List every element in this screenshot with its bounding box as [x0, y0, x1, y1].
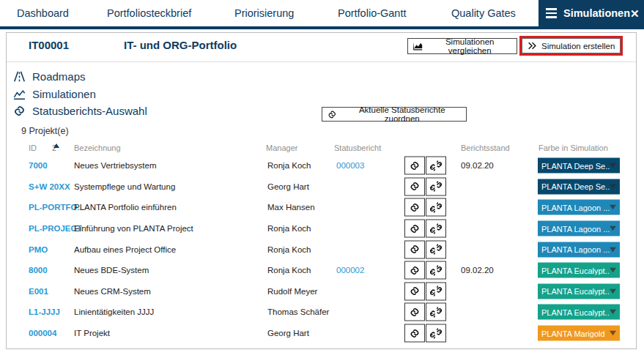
- link-label: Roadmaps: [32, 70, 86, 83]
- hamburger-icon[interactable]: [546, 8, 557, 18]
- link-simulationen[interactable]: Simulationen: [12, 86, 96, 101]
- link-statusreport-button[interactable]: [404, 198, 425, 217]
- link-statusreport-button[interactable]: [404, 303, 425, 321]
- unlink-statusreport-button[interactable]: [426, 157, 446, 175]
- project-id-link[interactable]: 000004: [29, 329, 56, 338]
- link-label: Statusberichts-Auswahl: [32, 105, 147, 117]
- link-statusberichts-auswahl[interactable]: Statusberichts-Auswahl: [12, 103, 147, 118]
- link-icon: [327, 109, 337, 120]
- active-tab-label: Simulationen: [563, 7, 630, 19]
- link-statusreport-button[interactable]: [404, 261, 425, 280]
- project-id-link[interactable]: 8000: [29, 266, 48, 275]
- unlink-statusreport-button[interactable]: [426, 261, 446, 280]
- unlink-statusreport-button[interactable]: [426, 198, 446, 217]
- broken-link-icon: [430, 264, 442, 276]
- column-header-id[interactable]: ID: [29, 143, 37, 152]
- simulation-color-dropdown[interactable]: PLANTA Lagoon ...: [538, 221, 620, 236]
- nav-tab[interactable]: Quality Gates: [451, 0, 516, 26]
- nav-tab[interactable]: Priorisierung: [234, 0, 294, 26]
- close-icon[interactable]: ✕: [630, 8, 640, 19]
- dropdown-value: PLANTA Deep Se...: [541, 182, 610, 191]
- area-chart-icon: [412, 41, 423, 51]
- project-manager: Ronja Koch: [267, 245, 311, 254]
- project-manager: Max Hansen: [267, 203, 315, 212]
- project-name: Einführung von PLANTA Project: [74, 224, 193, 233]
- link-label: Simulationen: [32, 88, 96, 100]
- project-id-link[interactable]: S+W 20XX: [29, 182, 70, 191]
- column-header-farbe[interactable]: Farbe in Simulation: [538, 143, 608, 152]
- link-icon: [409, 201, 421, 213]
- nav-tabs: Dashboard Portfoliosteckbrief Priorisier…: [0, 0, 538, 26]
- statusreport-actions: [404, 303, 446, 321]
- link-statusreport-button[interactable]: [404, 282, 425, 300]
- simulation-color-dropdown[interactable]: PLANTA Lagoon ...: [538, 242, 620, 257]
- unlink-statusreport-button[interactable]: [426, 177, 446, 195]
- simulation-color-dropdown[interactable]: PLANTA Marigold: [538, 326, 620, 341]
- simulation-color-dropdown[interactable]: PLANTA Deep Se...: [538, 158, 620, 174]
- broken-link-icon: [430, 160, 442, 171]
- nav-tab[interactable]: Dashboard: [17, 0, 69, 26]
- project-id-link[interactable]: PMO: [29, 245, 48, 254]
- simulation-color-dropdown[interactable]: PLANTA Deep Se...: [538, 179, 620, 194]
- column-header-manager[interactable]: Manager: [266, 143, 297, 152]
- project-manager: Georg Hart: [267, 182, 309, 191]
- compare-simulations-button[interactable]: Simulationen vergleichen: [407, 38, 517, 54]
- column-header-berichtsstand[interactable]: Berichtsstand: [461, 143, 510, 152]
- project-id-link[interactable]: E001: [29, 287, 48, 296]
- link-icon: [409, 223, 421, 234]
- project-manager: Ronja Koch: [267, 224, 311, 233]
- table-row: 8000 Neues BDE-System Ronja Koch 000002: [7, 260, 636, 281]
- link-roadmaps[interactable]: Roadmaps: [12, 69, 86, 83]
- project-count: 9 Projekt(e): [21, 126, 69, 136]
- simulation-color-dropdown[interactable]: PLANTA Eucalypt...: [538, 283, 620, 299]
- project-name: Neues BDE-System: [74, 266, 149, 275]
- create-simulation-button[interactable]: Simulation erstellen: [522, 38, 621, 53]
- unlink-statusreport-button[interactable]: [426, 282, 446, 300]
- link-icon: [409, 327, 421, 339]
- table-row: 000004 IT Projekt Georg Hart: [7, 323, 636, 344]
- chevron-down-icon: [610, 246, 616, 253]
- simulation-color-dropdown[interactable]: PLANTA Eucalypt...: [538, 305, 620, 320]
- link-statusreport-button[interactable]: [404, 220, 425, 238]
- dropdown-value: PLANTA Lagoon ...: [541, 224, 610, 233]
- nav-tab[interactable]: Portfolio-Gantt: [338, 0, 407, 26]
- column-header-statusbericht[interactable]: Statusbericht: [334, 143, 381, 152]
- link-statusreport-button[interactable]: [404, 240, 425, 258]
- statusreport-actions: [404, 282, 446, 300]
- unlink-statusreport-button[interactable]: [426, 240, 446, 258]
- project-id-link[interactable]: L1-JJJJ: [29, 307, 60, 316]
- link-statusreport-button[interactable]: [404, 324, 425, 343]
- chevron-down-icon: [610, 204, 616, 211]
- unlink-statusreport-button[interactable]: [426, 324, 446, 343]
- statusreport-link[interactable]: 000003: [336, 161, 364, 170]
- link-statusreport-button[interactable]: [404, 177, 425, 195]
- project-name: Neues Vertriebsystem: [74, 161, 157, 170]
- statusreport-actions: [404, 324, 446, 343]
- column-header-bezeichnung[interactable]: Bezeichnung: [74, 143, 121, 152]
- statusreport-link[interactable]: 000002: [336, 266, 364, 275]
- tab-simulationen-active[interactable]: Simulationen ✕: [538, 0, 644, 29]
- area-chart-icon: [12, 87, 26, 101]
- simulation-color-dropdown[interactable]: PLANTA Eucalypt...: [538, 263, 620, 278]
- unlink-statusreport-button[interactable]: [426, 220, 446, 238]
- project-id-link[interactable]: 7000: [29, 161, 48, 170]
- simulation-color-dropdown[interactable]: PLANTA Lagoon ...: [538, 200, 620, 215]
- link-icon: [409, 264, 421, 276]
- dropdown-value: PLANTA Deep Se...: [541, 161, 610, 170]
- dropdown-value: PLANTA Eucalypt...: [541, 307, 610, 316]
- assign-statusreports-button[interactable]: Aktuelle Statusberichte zuordnen: [322, 107, 467, 122]
- link-statusreport-button[interactable]: [404, 157, 425, 175]
- link-icon: [409, 244, 421, 256]
- statusreport-actions: [404, 177, 446, 195]
- page-title: IT- und ORG-Portfolio: [124, 39, 237, 51]
- nav-tab[interactable]: Portfoliosteckbrief: [107, 0, 191, 26]
- sort-asc-icon: [53, 143, 59, 148]
- chevron-down-icon: [610, 267, 616, 274]
- project-manager: Ronja Koch: [267, 161, 311, 170]
- broken-link-icon: [430, 181, 442, 193]
- report-date: 09.02.20: [461, 266, 494, 275]
- broken-link-icon: [430, 286, 442, 297]
- top-nav: Dashboard Portfoliosteckbrief Priorisier…: [0, 0, 644, 29]
- unlink-statusreport-button[interactable]: [426, 303, 446, 321]
- statusreport-actions: [404, 198, 446, 217]
